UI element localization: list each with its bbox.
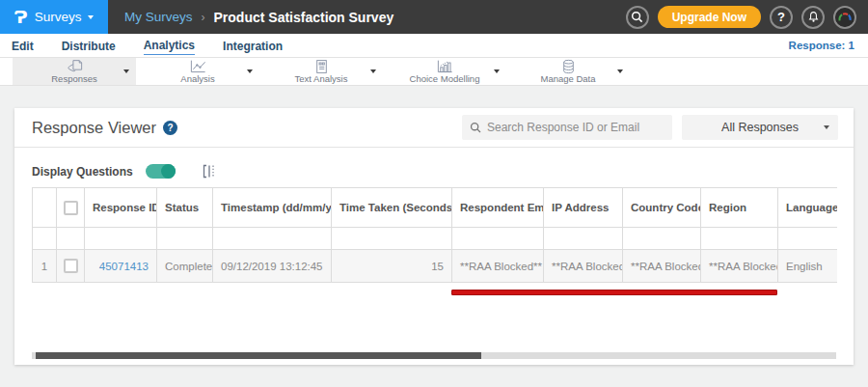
col-time-taken[interactable]: Time Taken (Seconds) [332,188,452,228]
chevron-down-icon[interactable] [370,69,376,73]
filter-cell[interactable] [85,228,157,250]
toolbar-tab-label: Manage Data [540,74,595,84]
tab-edit[interactable]: Edit [12,37,34,55]
filter-cell[interactable] [452,228,544,250]
filter-cell [33,228,57,250]
search-button[interactable] [626,6,649,29]
select-all-header [57,188,85,228]
cell-ip-address: **RAA Blocked** [544,250,623,283]
filter-cell[interactable] [778,228,838,250]
help-badge-icon[interactable]: ? [163,121,177,135]
filter-cell[interactable] [213,228,332,250]
card-header: Response Viewer ? All Responses [14,108,854,148]
upgrade-now-button[interactable]: Upgrade Now [658,6,761,28]
chevron-down-icon[interactable] [247,69,253,73]
response-count-label: Response: 1 [789,40,854,51]
response-filter-dropdown[interactable]: All Responses [682,115,838,140]
cell-time-taken: 15 [332,250,452,283]
tab-integration[interactable]: Integration [223,37,283,55]
text-analysis-icon [313,59,330,74]
responses-table: Response ID Status Timestamp (dd/mm/yyyy… [32,187,837,283]
display-questions-toggle[interactable] [146,164,176,179]
survey-subnav: Edit Distribute Analytics Integration Re… [0,34,868,58]
tab-distribute[interactable]: Distribute [62,37,116,55]
col-label: Region [709,202,746,213]
choice-modelling-icon [436,59,454,74]
col-label: Response ID [93,202,157,213]
toolbar-tab-label: Responses [51,74,97,84]
toolbar-tab-label: Text Analysis [295,74,348,84]
questionpro-logo: Ɂ [14,9,28,26]
col-respondent-email[interactable]: Respondent Email [452,188,544,228]
question-mark-icon: ? [777,11,785,23]
filter-row [33,228,838,250]
search-icon [631,11,643,23]
chevron-down-icon [88,15,94,19]
filter-cell[interactable] [157,228,213,250]
scrollbar-thumb[interactable] [36,352,481,359]
responses-table-wrap: Response ID Status Timestamp (dd/mm/yyyy… [32,187,837,283]
filter-cell[interactable] [332,228,452,250]
col-label: IP Address [552,202,609,213]
surveys-product-menu[interactable]: Ɂ Surveys [0,0,108,34]
col-country-code[interactable]: Country Code [623,188,701,228]
cell-country-code: **RAA Blocked** [623,250,701,283]
row-number-cell: 1 [33,250,57,283]
col-status[interactable]: Status [157,188,213,228]
horizontal-scrollbar[interactable] [32,352,836,359]
toggle-knob [161,164,176,179]
topbar: Ɂ Surveys My Surveys › Product Satisfact… [0,0,868,34]
col-label: Timestamp (dd/mm/yyyy) [221,202,332,213]
col-label: Respondent Email [460,202,544,213]
toolbar-tab-analysis[interactable]: Analysis [136,58,259,85]
row-checkbox[interactable] [64,259,78,273]
chevron-down-icon[interactable] [123,69,129,73]
col-region[interactable]: Region [701,188,778,228]
notifications-button[interactable] [801,6,825,29]
questionpro-app: Ɂ Surveys My Surveys › Product Satisfact… [0,0,868,387]
viewer-controls: All Responses [462,115,838,140]
col-label: Time Taken (Seconds) [339,202,452,213]
bell-icon [807,11,820,23]
search-response-input[interactable] [487,121,665,134]
breadcrumb: My Surveys › Product Satisfaction Survey [124,0,393,34]
response-filter-value: All Responses [721,121,799,134]
toolbar-tab-label: Choice Modelling [410,74,480,84]
filter-cell[interactable] [623,228,701,250]
toolbar-tab-text-analysis[interactable]: Text Analysis [259,58,383,85]
responses-icon [66,59,84,74]
topbar-actions: Upgrade Now ? [626,0,868,34]
product-menu-label: Surveys [35,10,82,24]
chevron-down-icon[interactable] [494,69,500,73]
response-viewer-card: Response Viewer ? All Responses Display … [14,108,854,365]
cell-status: Completed [157,250,213,283]
cell-timestamp: 09/12/2019 13:12:45 [213,250,332,283]
section-title: Response Viewer [32,119,156,137]
col-language[interactable]: Language [778,188,838,228]
col-response-id[interactable]: Response ID [85,188,157,228]
cell-region: **RAA Blocked** [701,250,778,283]
filter-cell[interactable] [544,228,623,250]
raa-blocked-highlight-annotation [451,290,777,295]
breadcrumb-my-surveys[interactable]: My Surveys [124,10,193,24]
analytics-toolbar: Responses Analysis Text Analysis Choice … [0,58,868,86]
col-label: Language [786,202,837,213]
user-avatar[interactable] [833,6,856,29]
response-search-box [462,115,672,140]
chevron-down-icon[interactable] [617,69,623,73]
col-timestamp[interactable]: Timestamp (dd/mm/yyyy) [213,188,332,228]
toolbar-tab-label: Analysis [180,74,214,84]
toolbar-tab-responses[interactable]: Responses [13,58,136,85]
response-id-link[interactable]: 45071413 [99,261,149,272]
toolbar-tab-manage-data[interactable]: Manage Data [506,58,630,85]
tab-analytics[interactable]: Analytics [144,36,195,55]
col-ip-address[interactable]: IP Address [544,188,623,228]
col-label: Status [165,202,199,213]
select-all-checkbox[interactable] [64,201,78,215]
column-layout-icon[interactable] [202,164,217,179]
help-button[interactable]: ? [770,6,793,29]
table-row: 1 45071413 Completed 09/12/2019 13:12:45… [33,250,838,283]
toolbar-tab-choice-modelling[interactable]: Choice Modelling [383,58,506,85]
cell-language: English [778,250,838,283]
filter-cell[interactable] [701,228,778,250]
